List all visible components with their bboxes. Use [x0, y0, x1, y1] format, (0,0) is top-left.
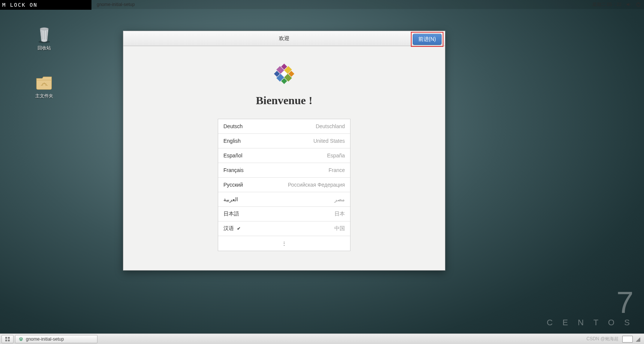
- power-icon[interactable]: [636, 2, 641, 7]
- language-name: Русский: [223, 182, 243, 188]
- next-button-label: 前进(N): [418, 36, 436, 42]
- language-country: 日本: [334, 211, 345, 217]
- centos-word: C E N T O S: [547, 318, 634, 328]
- home-folder-icon[interactable]: 主文件夹: [29, 72, 59, 99]
- svg-point-3: [40, 28, 48, 30]
- language-country: United States: [313, 138, 345, 144]
- welcome-title: Bienvenue !: [256, 94, 313, 107]
- language-row[interactable]: 日本語日本: [218, 207, 350, 221]
- language-name: العربية: [223, 196, 238, 202]
- lockon-text: M LOCK ON: [2, 2, 37, 8]
- language-country: مصر: [334, 196, 345, 202]
- svg-rect-6: [8, 337, 10, 339]
- lockon-overlay: M LOCK ON: [0, 0, 91, 10]
- home-folder-label: 主文件夹: [35, 93, 53, 99]
- watermark: CSDN @鲍海超: [586, 336, 619, 342]
- show-desktop-button[interactable]: [1, 335, 13, 343]
- language-row[interactable]: DeutschDeutschland: [218, 119, 350, 134]
- centos-branding: 7 C E N T O S: [547, 287, 634, 328]
- language-row[interactable]: 汉语✔中国: [218, 221, 350, 236]
- tray-rectangle[interactable]: [622, 336, 633, 343]
- svg-rect-8: [8, 340, 10, 341]
- language-country: Российская Федерация: [288, 182, 345, 188]
- language-row[interactable]: العربيةمصر: [218, 192, 350, 207]
- task-gnome-initial-setup[interactable]: gnome-initial-setup: [15, 335, 97, 343]
- language-name: 日本語: [223, 211, 239, 217]
- language-list: DeutschDeutschlandEnglishUnited StatesEs…: [218, 119, 350, 251]
- corner-triangle-icon[interactable]: [635, 337, 640, 342]
- language-row[interactable]: EnglishUnited States: [218, 134, 350, 148]
- language-row[interactable]: РусскийРоссийская Федерация: [218, 178, 350, 192]
- language-name: Français: [223, 167, 244, 173]
- language-country: España: [327, 153, 345, 159]
- next-button[interactable]: 前进(N): [413, 34, 442, 45]
- svg-rect-5: [5, 337, 7, 339]
- centos-logo-icon: [269, 59, 299, 89]
- language-name: English: [223, 138, 241, 144]
- next-button-highlight: 前进(N): [411, 32, 443, 47]
- more-languages-button[interactable]: ⋮: [218, 236, 350, 251]
- system-tray: 星期二 05：22: [592, 1, 641, 8]
- trash-label: 回收站: [37, 45, 51, 51]
- clock-label[interactable]: 星期二 05：22: [592, 1, 622, 8]
- centos-seven: 7: [547, 287, 634, 318]
- bottom-taskbar: gnome-initial-setup CSDN @鲍海超: [0, 334, 644, 344]
- dialog-header: 欢迎 前进(N): [123, 31, 445, 46]
- active-app-label[interactable]: gnome-initial-setup: [97, 2, 135, 7]
- language-name: Español: [223, 153, 243, 159]
- language-row[interactable]: EspañolEspaña: [218, 148, 350, 163]
- svg-rect-1: [638, 2, 638, 4]
- dialog-body: Bienvenue ! DeutschDeutschlandEnglishUni…: [123, 46, 445, 270]
- language-name: 汉语✔: [223, 225, 241, 232]
- check-icon: ✔: [237, 226, 241, 231]
- volume-icon[interactable]: [626, 2, 631, 7]
- dialog-title: 欢迎: [279, 35, 289, 42]
- top-menu-bar: gnome-initial-setup 星期二 05：22: [0, 0, 644, 9]
- language-row[interactable]: FrançaisFrance: [218, 163, 350, 178]
- initial-setup-dialog: 欢迎 前进(N) Bienvenu: [123, 31, 445, 271]
- trash-icon[interactable]: 回收站: [29, 24, 59, 51]
- language-country: France: [328, 167, 345, 173]
- svg-rect-7: [5, 340, 7, 341]
- language-country: 中国: [334, 225, 345, 232]
- task-label: gnome-initial-setup: [26, 337, 64, 342]
- language-country: Deutschland: [316, 123, 345, 129]
- language-name: Deutsch: [223, 123, 243, 129]
